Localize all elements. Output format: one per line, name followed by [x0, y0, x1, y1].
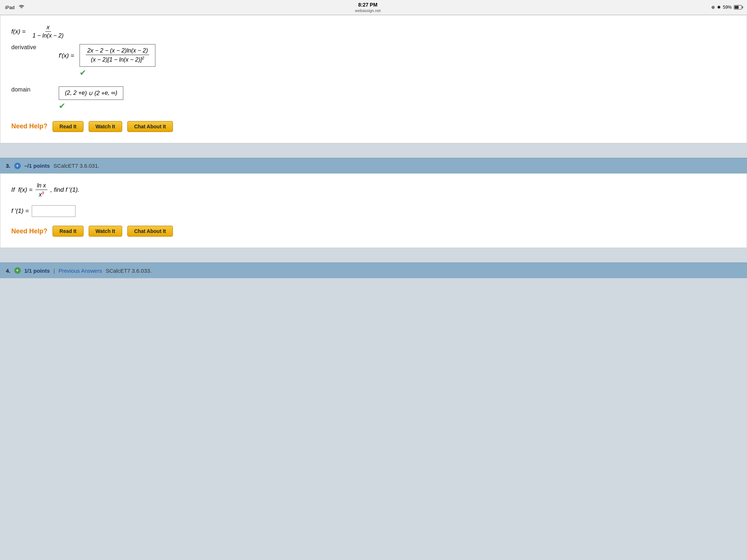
problem-4-header: 4. + 1/1 points | Previous Answers SCalc… — [0, 262, 747, 278]
problem-3-statement: If f(x) = ln x x9 , find f ′(1). — [11, 182, 736, 198]
status-right: ⊕ ✱ 59% — [711, 5, 742, 10]
chat-about-it-button-2[interactable]: Chat About It — [127, 121, 173, 132]
read-it-button-3[interactable]: Read It — [53, 226, 84, 237]
minus-icon-3: + — [14, 163, 21, 169]
watch-it-button-2[interactable]: Watch It — [89, 121, 122, 132]
battery-icon — [734, 5, 742, 9]
find-label: , find f ′(1). — [50, 186, 80, 194]
time-display: 8:27 PM — [358, 1, 378, 8]
ipad-label: iPad — [5, 5, 15, 10]
domain-checkmark: ✔ — [59, 101, 65, 111]
problem-4-number: 4. — [6, 268, 11, 274]
domain-formula-box: (2, 2 + e) ∪ (2 + e, ∞) — [59, 86, 123, 100]
need-help-label-3: Need Help? — [11, 228, 47, 235]
need-help-label-2: Need Help? — [11, 122, 47, 130]
wifi-icon — [19, 5, 24, 10]
read-it-button-2[interactable]: Read It — [53, 121, 84, 132]
fx-label: f(x) = — [11, 28, 27, 35]
derivative-row: derivative f′(x) = 2x − 2 − (x − 2)ln(x … — [11, 44, 736, 81]
pipe-4: | — [54, 268, 55, 274]
answer-label-3: f ′(1) = — [11, 207, 29, 215]
problem-2-card: f(x) = x 1 − ln(x − 2) derivative f′(x) … — [0, 15, 747, 143]
bluetooth-icon: ✱ — [717, 5, 721, 10]
problem-4-id: SCalcET7 3.6.033. — [106, 268, 152, 274]
plus-icon-4: + — [14, 267, 21, 274]
problem-3-id: SCalcET7 3.6.031. — [54, 163, 100, 169]
domain-label: domain — [11, 86, 55, 93]
fx-fraction: x 1 − ln(x − 2) — [31, 24, 65, 39]
location-icon: ⊕ — [711, 5, 715, 10]
problem-3-answer-row: f ′(1) = — [11, 205, 736, 217]
status-bar: iPad 8:27 PM webassign.net ⊕ ✱ 59% — [0, 0, 747, 15]
previous-answers-link[interactable]: Previous Answers — [58, 268, 102, 274]
need-help-row-3: Need Help? Read It Watch It Chat About I… — [11, 226, 736, 237]
need-help-row-2: Need Help? Read It Watch It Chat About I… — [11, 121, 736, 132]
chat-about-it-button-3[interactable]: Chat About It — [127, 226, 173, 237]
url-display: webassign.net — [355, 8, 380, 13]
derivative-formula-box: 2x − 2 − (x − 2)ln(x − 2) (x − 2)[1 − ln… — [80, 44, 155, 66]
problem-3-card: If f(x) = ln x x9 , find f ′(1). f ′(1) … — [0, 174, 747, 248]
status-center: 8:27 PM webassign.net — [355, 1, 380, 13]
derivative-checkmark: ✔ — [80, 68, 86, 78]
problem-4-points: 1/1 points — [24, 268, 50, 274]
problem-3-points: –/1 points — [24, 163, 50, 169]
fprime-label: f′(x) = — [59, 52, 76, 59]
fx-formula-row: f(x) = x 1 − ln(x − 2) — [11, 24, 736, 39]
problem-3-number: 3. — [6, 163, 11, 169]
problem-3-fraction: ln x x9 — [35, 182, 47, 198]
if-label: If f(x) = — [11, 186, 32, 194]
problem-3-header: 3. + –/1 points SCalcET7 3.6.031. — [0, 158, 747, 174]
watch-it-button-3[interactable]: Watch It — [89, 226, 122, 237]
status-left: iPad — [5, 5, 24, 10]
answer-input-3[interactable] — [32, 205, 76, 217]
battery-percent: 59% — [723, 5, 732, 10]
derivative-label: derivative — [11, 44, 55, 51]
domain-row: domain (2, 2 + e) ∪ (2 + e, ∞) ✔ — [11, 86, 736, 114]
